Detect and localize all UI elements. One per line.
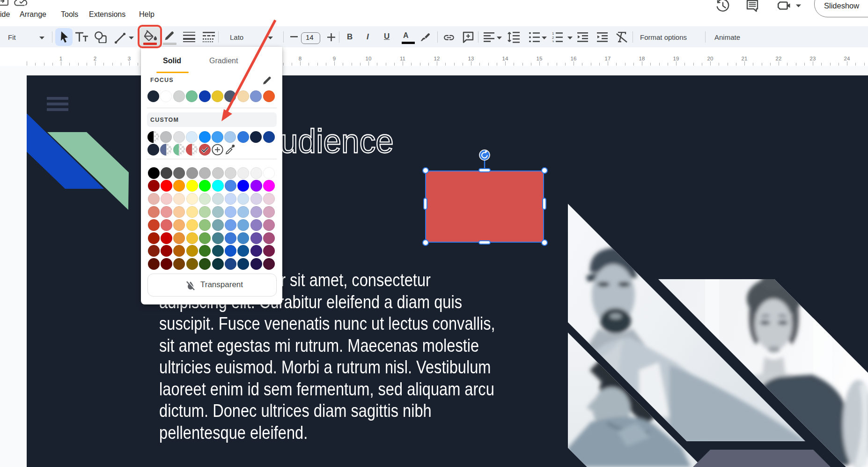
svg-text:2: 2 (552, 36, 554, 40)
svg-text:3: 3 (552, 40, 554, 42)
svg-text:1: 1 (552, 32, 554, 36)
